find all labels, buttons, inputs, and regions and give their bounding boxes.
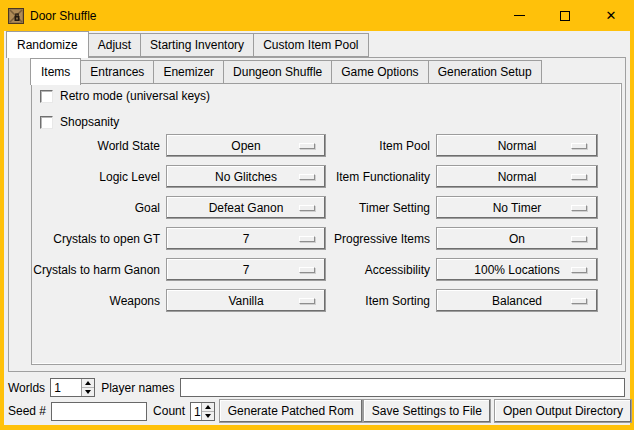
accessibility-value: 100% Locations [474,263,559,277]
spinner-buttons [201,403,214,420]
tab-dungeon-shuffle[interactable]: Dungeon Shuffle [223,60,332,84]
options-grid: World State Open Item Pool Normal Logic … [32,134,621,312]
world-state-value: Open [231,139,260,153]
goal-label: Goal [32,196,160,219]
item-pool-dropdown[interactable]: Normal [436,134,598,157]
retro-mode-checkbox[interactable] [40,90,53,103]
crystals-ganon-label: Crystals to harm Ganon [32,258,160,281]
seed-label: Seed # [8,404,46,418]
spin-down-icon[interactable] [202,412,214,420]
weapons-value: Vanilla [228,294,263,308]
shopsanity-checkbox-row: Shopsanity [40,115,621,129]
item-sorting-dropdown[interactable]: Balanced [436,289,598,312]
item-functionality-label: Item Functionality [332,165,430,188]
shopsanity-checkbox[interactable] [40,116,53,129]
logic-level-dropdown[interactable]: No Glitches [166,165,326,188]
close-icon: ✕ [606,9,617,22]
progressive-items-label: Progressive Items [332,227,430,250]
timer-setting-dropdown[interactable]: No Timer [436,196,598,219]
tab-randomize[interactable]: Randomize [6,31,89,58]
dropdown-indicator-icon [299,174,315,180]
save-settings-button[interactable]: Save Settings to File [363,399,491,423]
retro-mode-checkbox-row: Retro mode (universal keys) [40,89,621,103]
item-functionality-value: Normal [498,170,537,184]
tab-starting-inventory[interactable]: Starting Inventory [140,33,254,57]
item-sorting-value: Balanced [492,294,542,308]
dropdown-indicator-icon [299,205,315,211]
crystals-ganon-dropdown[interactable]: 7 [166,258,326,281]
tab-enemizer[interactable]: Enemizer [153,60,224,84]
crystals-gt-label: Crystals to open GT [32,227,160,250]
randomize-tab-pane: Items Entrances Enemizer Dungeon Shuffle… [8,57,626,372]
dropdown-indicator-icon [299,267,315,273]
player-names-label: Player names [101,381,174,395]
minimize-button[interactable] [496,0,542,31]
accessibility-label: Accessibility [332,258,430,281]
progressive-items-dropdown[interactable]: On [436,227,598,250]
weapons-dropdown[interactable]: Vanilla [166,289,326,312]
door-shuffle-app-icon [8,8,24,24]
spin-up-icon[interactable] [82,379,94,388]
tab-entrances[interactable]: Entrances [80,60,154,84]
crystals-ganon-value: 7 [243,263,250,277]
main-tab-bar: Randomize Adjust Starting Inventory Cust… [6,31,369,57]
sub-tab-bar: Items Entrances Enemizer Dungeon Shuffle… [30,60,542,84]
tab-adjust[interactable]: Adjust [88,33,141,57]
timer-setting-value: No Timer [493,201,542,215]
dropdown-indicator-icon [571,267,587,273]
spin-down-icon[interactable] [82,388,94,396]
shopsanity-label: Shopsanity [60,115,119,129]
worlds-spinbox[interactable]: 1 [50,378,95,397]
window-controls: ✕ [496,0,634,31]
dropdown-indicator-icon [571,143,587,149]
goal-dropdown[interactable]: Defeat Ganon [166,196,326,219]
item-pool-label: Item Pool [332,134,430,157]
maximize-button[interactable] [542,0,588,31]
generate-patched-rom-button[interactable]: Generate Patched Rom [219,399,363,423]
logic-level-value: No Glitches [215,170,277,184]
world-state-dropdown[interactable]: Open [166,134,326,157]
tab-generation-setup[interactable]: Generation Setup [428,60,542,84]
worlds-value: 1 [51,379,81,396]
count-value: 1 [191,403,201,420]
item-sorting-label: Item Sorting [332,289,430,312]
dropdown-indicator-icon [571,174,587,180]
minimize-icon [514,15,525,16]
player-names-input[interactable] [180,378,626,397]
dropdown-indicator-icon [571,236,587,242]
dropdown-indicator-icon [299,298,315,304]
crystals-gt-value: 7 [243,232,250,246]
items-tab-pane: Retro mode (universal keys) Shopsanity W… [31,83,622,365]
open-output-directory-button[interactable]: Open Output Directory [494,399,632,423]
timer-setting-label: Timer Setting [332,196,430,219]
worlds-row: Worlds 1 Player names [8,378,625,397]
dropdown-indicator-icon [299,236,315,242]
logic-level-label: Logic Level [32,165,160,188]
goal-value: Defeat Ganon [209,201,284,215]
tab-items[interactable]: Items [30,58,81,85]
dropdown-indicator-icon [571,298,587,304]
item-functionality-dropdown[interactable]: Normal [436,165,598,188]
spinner-buttons [81,379,94,396]
weapons-label: Weapons [32,289,160,312]
dropdown-indicator-icon [299,143,315,149]
accessibility-dropdown[interactable]: 100% Locations [436,258,598,281]
close-button[interactable]: ✕ [588,0,634,31]
worlds-label: Worlds [8,381,45,395]
spin-up-icon[interactable] [202,403,214,412]
maximize-icon [560,11,570,21]
world-state-label: World State [32,134,160,157]
tab-custom-item-pool[interactable]: Custom Item Pool [253,33,368,57]
dropdown-indicator-icon [571,205,587,211]
count-spinbox[interactable]: 1 [190,402,215,421]
bottom-controls: Worlds 1 Player names Seed # Count 1 [4,372,630,425]
tab-game-options[interactable]: Game Options [331,60,428,84]
progressive-items-value: On [509,232,525,246]
seed-row: Seed # Count 1 Generate Patched Rom Save… [8,399,628,423]
window-title: Door Shuffle [30,9,97,23]
item-pool-value: Normal [498,139,537,153]
seed-input[interactable] [51,402,147,421]
retro-mode-label: Retro mode (universal keys) [60,89,210,103]
crystals-gt-dropdown[interactable]: 7 [166,227,326,250]
count-label: Count [153,404,185,418]
